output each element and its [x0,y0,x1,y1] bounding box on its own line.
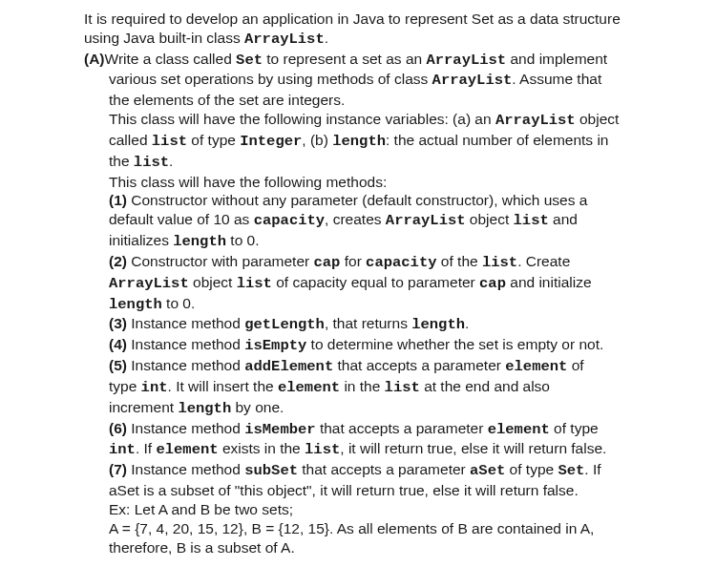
part-a-line7: This class will have the following metho… [84,173,642,192]
document-body: It is required to develop an application… [0,0,716,566]
method-1-line3: initializes length to 0. [84,231,642,252]
part-a-line2: various set operations by using methods … [84,70,642,91]
method-3-line1: (3) Instance method getLength, that retu… [84,314,642,335]
method-2-line1: (2) Constructor with parameter cap for c… [84,252,642,273]
intro-line2: using Java built-in class ArrayList. [84,29,642,50]
method-2-line2: ArrayList object list of capacity equal … [84,273,642,294]
method-7-line2: aSet is a subset of "this object", it wi… [84,481,642,500]
method-6-line1: (6) Instance method isMember that accept… [84,419,642,440]
method-4-line1: (4) Instance method isEmpty to determine… [84,335,642,356]
method-7-line1: (7) Instance method subSet that accepts … [84,460,642,481]
method-5-line3: increment length by one. [84,398,642,419]
method-5-line2: type int. It will insert the element in … [84,377,642,398]
method-2-line3: length to 0. [84,294,642,315]
method-7-line4: A = {7, 4, 20, 15, 12}, B = {12, 15}. As… [84,519,642,538]
part-a-line6: the list. [84,152,642,173]
part-a-line1: (A)Write a class called Set to represent… [84,50,642,71]
method-5-line1: (5) Instance method addElement that acce… [84,356,642,377]
intro-line1: It is required to develop an application… [84,10,642,29]
method-1-line1: (1) Constructor without any parameter (d… [84,191,642,210]
method-7-line3: Ex: Let A and B be two sets; [84,500,642,519]
method-7-line5: therefore, B is a subset of A. [84,538,642,557]
part-a-line4: This class will have the following insta… [84,110,642,131]
method-6-line2: int. If element exists in the list, it w… [84,439,642,460]
part-a-line5: called list of type Integer, (b) length:… [84,131,642,152]
method-1-line2: default value of 10 as capacity, creates… [84,210,642,231]
part-a-line3: the elements of the set are integers. [84,91,642,110]
